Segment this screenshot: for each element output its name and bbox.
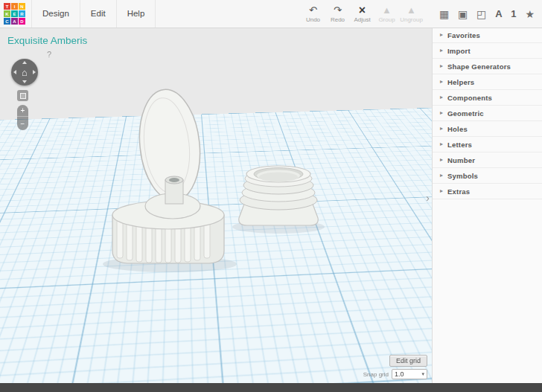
sidebar-item-extras[interactable]: ▸ Extras [433,184,542,199]
chevron-right-icon: ▸ [440,48,443,54]
sidebar-item-label: Shape Generators [447,62,511,71]
sidebar-item-label: Helpers [447,78,474,86]
chevron-right-icon: ▸ [440,63,443,69]
sidebar-collapse-handle[interactable]: › [424,190,432,206]
workplane-grid-icon[interactable]: ▦ [439,9,449,19]
chevron-right-icon: ▸ [440,157,443,163]
adjust-icon: × [350,5,374,16]
ungroup-button[interactable]: ▲ Ungroup [399,5,424,23]
logo-tile: C [4,18,10,25]
chevron-right-icon: ▸ [440,173,443,179]
logo-tile: N [19,3,25,10]
sidebar-item-symbols[interactable]: ▸ Symbols [433,168,542,184]
text-tool-icon[interactable]: A [495,9,502,19]
logo-tile: A [11,18,18,25]
favorites-star-icon[interactable]: ★ [525,9,535,19]
zoom-in-button[interactable]: + [17,107,28,117]
tinkercad-logo[interactable]: T I N K E R C A D [4,3,25,25]
ungroup-icon: ▲ [399,5,424,16]
zoom-control: + − [17,105,28,130]
snap-grid-label: Snap grid [363,371,389,378]
view-navigation-control[interactable]: ⌂ [11,59,38,86]
3d-viewport[interactable]: Exquisite Amberis ? ⌂ + − Edit grid Snap… [0,28,432,383]
logo-tile: D [19,18,25,25]
sidebar-item-favorites[interactable]: ▸ Favorites [433,28,542,43]
sidebar-item-label: Letters [447,141,472,149]
sidebar-item-label: Favorites [447,31,480,39]
model-flip-cap[interactable] [103,86,237,272]
bottom-bar [0,383,542,392]
sidebar-item-holes[interactable]: ▸ Holes [433,121,542,137]
orientation-icon [20,93,26,99]
undo-icon: ↶ [301,5,325,16]
sidebar-item-label: Extras [447,187,470,196]
component-box-icon[interactable]: ◰ [476,9,486,19]
adjust-label: Adjust [350,16,374,23]
shapes-sidebar: ▸ Favorites ▸ Import ▸ Shape Generators … [432,28,542,383]
undo-label: Undo [301,16,325,23]
logo-tile: I [11,3,18,10]
undo-button[interactable]: ↶ Undo [301,5,325,23]
library-tools: ▦ ▣ ◰ A 1 ★ [439,0,535,28]
menu-edit[interactable]: Edit [80,0,117,28]
redo-button[interactable]: ↷ Redo [325,5,350,23]
sidebar-item-geometric[interactable]: ▸ Geometric [433,106,542,121]
sidebar-item-helpers[interactable]: ▸ Helpers [433,74,542,90]
group-icon: ▲ [374,5,399,16]
chevron-right-icon: ▸ [440,110,443,116]
sidebar-item-label: Components [447,94,492,102]
sidebar-item-label: Geometric [447,109,484,118]
chevron-right-icon: ▸ [440,126,443,132]
number-tool-icon[interactable]: 1 [511,9,516,19]
logo-tile: K [4,10,10,17]
grid-controls: Edit grid Snap grid 1.0 ▾ [363,353,427,379]
menubar: Design Edit Help [31,0,156,28]
zoom-out-button[interactable]: − [17,119,28,128]
logo-tile: T [4,3,10,10]
chevron-right-icon: ▸ [440,32,443,38]
model-threaded-ring[interactable] [232,166,325,234]
menu-design[interactable]: Design [31,0,80,28]
chevron-right-icon: ▸ [440,79,443,85]
sidebar-item-components[interactable]: ▸ Components [433,90,542,106]
adjust-button[interactable]: × Adjust [350,5,374,23]
chevron-right-icon: ▸ [440,94,443,100]
view-orientation-button[interactable] [17,90,28,101]
sidebar-item-shape-generators[interactable]: ▸ Shape Generators [433,59,542,74]
model-layer [0,28,432,383]
home-view-icon[interactable]: ⌂ [11,59,38,86]
redo-label: Redo [325,16,350,23]
group-button[interactable]: ▲ Group [374,5,399,23]
help-hint[interactable]: ? [47,50,51,59]
sidebar-item-letters[interactable]: ▸ Letters [433,137,542,152]
snap-grid-value: 1.0 [395,370,404,378]
group-label: Group [374,16,399,23]
logo-tile: E [11,10,18,17]
shape-library-icon[interactable]: ▣ [458,9,468,19]
snap-grid-select[interactable]: 1.0 ▾ [392,369,427,379]
sidebar-item-import[interactable]: ▸ Import [433,43,542,59]
sidebar-item-label: Symbols [447,172,478,180]
sidebar-item-number[interactable]: ▸ Number [433,152,542,168]
menu-help[interactable]: Help [117,0,156,28]
edit-tools: ↶ Undo ↷ Redo × Adjust ▲ Group ▲ Ungroup [301,1,424,28]
sidebar-item-label: Holes [447,125,468,133]
design-title: Exquisite Amberis [7,35,87,46]
dropdown-caret-icon: ▾ [421,371,424,377]
chevron-right-icon: ▸ [440,188,443,194]
chevron-right-icon: ▸ [440,141,443,147]
redo-icon: ↷ [325,5,350,16]
sidebar-item-label: Number [447,156,475,164]
sidebar-item-label: Import [447,47,471,55]
ungroup-label: Ungroup [399,16,424,23]
top-toolbar: T I N K E R C A D Design Edit Help ↶ Und… [0,0,542,28]
edit-grid-button[interactable]: Edit grid [389,355,427,367]
logo-tile: R [19,10,25,17]
